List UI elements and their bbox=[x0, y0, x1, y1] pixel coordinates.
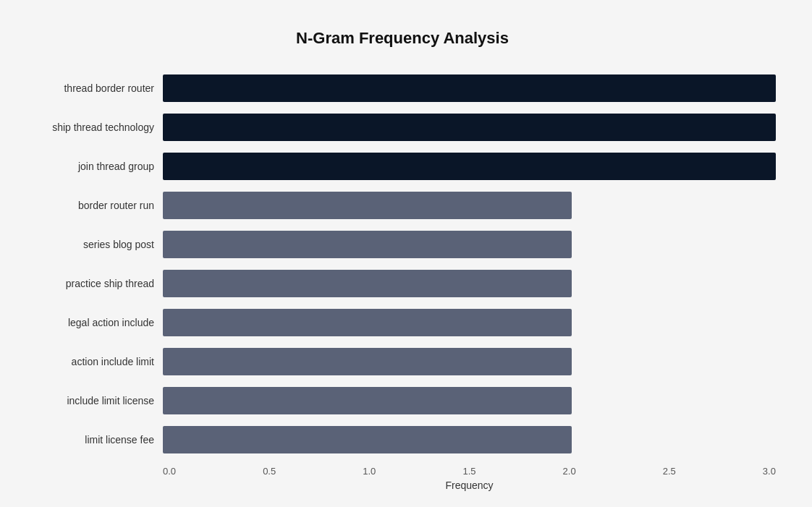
x-tick: 1.0 bbox=[363, 466, 376, 477]
chart-title: N-Gram Frequency Analysis bbox=[29, 29, 776, 55]
bar-label: ship thread technology bbox=[29, 122, 163, 133]
x-tick-label: 2.0 bbox=[563, 466, 576, 477]
x-tick-label: 0.0 bbox=[163, 466, 176, 477]
bar-track bbox=[163, 192, 776, 219]
bar-fill bbox=[163, 153, 776, 180]
bar-label: include limit license bbox=[29, 395, 163, 406]
x-tick-label: 0.5 bbox=[263, 466, 276, 477]
bar-row: limit license fee bbox=[29, 421, 776, 459]
bar-row: action include limit bbox=[29, 343, 776, 380]
x-tick: 0.0 bbox=[163, 466, 176, 477]
bar-fill bbox=[163, 114, 776, 141]
x-axis-title: Frequency bbox=[29, 480, 776, 491]
bar-fill bbox=[163, 309, 572, 336]
bar-track bbox=[163, 74, 776, 102]
x-tick: 1.5 bbox=[462, 466, 475, 477]
bar-row: join thread group bbox=[29, 148, 776, 185]
bar-track bbox=[163, 231, 776, 258]
chart-container: N-Gram Frequency Analysis thread border … bbox=[14, 14, 798, 507]
x-tick-label: 3.0 bbox=[763, 466, 776, 477]
bar-row: series blog post bbox=[29, 226, 776, 263]
x-tick-label: 2.5 bbox=[663, 466, 676, 477]
bar-row: thread border router bbox=[29, 69, 776, 107]
bar-row: ship thread technology bbox=[29, 108, 776, 146]
bar-track bbox=[163, 114, 776, 141]
bar-label: limit license fee bbox=[29, 434, 163, 446]
bar-row: legal action include bbox=[29, 304, 776, 341]
bar-row: border router run bbox=[29, 187, 776, 224]
chart-area: thread border routership thread technolo… bbox=[29, 69, 776, 460]
bar-fill bbox=[163, 270, 572, 297]
bar-label: join thread group bbox=[29, 161, 163, 172]
bar-label: thread border router bbox=[29, 82, 163, 94]
bar-track bbox=[163, 348, 776, 375]
bar-track bbox=[163, 309, 776, 336]
x-tick: 2.5 bbox=[663, 466, 676, 477]
x-axis: 0.00.51.01.52.02.53.0 bbox=[163, 466, 776, 477]
bar-fill bbox=[163, 74, 776, 102]
bar-track bbox=[163, 270, 776, 297]
x-axis-container: 0.00.51.01.52.02.53.0 bbox=[29, 466, 776, 477]
bar-fill bbox=[163, 348, 572, 375]
bar-label: series blog post bbox=[29, 239, 163, 250]
bar-label: legal action include bbox=[29, 317, 163, 328]
x-tick: 3.0 bbox=[763, 466, 776, 477]
bar-label: action include limit bbox=[29, 356, 163, 367]
bar-label: border router run bbox=[29, 200, 163, 211]
bar-row: include limit license bbox=[29, 382, 776, 419]
bar-fill bbox=[163, 231, 572, 258]
x-tick: 2.0 bbox=[563, 466, 576, 477]
x-tick-label: 1.0 bbox=[363, 466, 376, 477]
x-tick-label: 1.5 bbox=[462, 466, 475, 477]
x-tick: 0.5 bbox=[263, 466, 276, 477]
bar-track bbox=[163, 426, 776, 453]
bar-label: practice ship thread bbox=[29, 278, 163, 289]
bar-track bbox=[163, 387, 776, 414]
bar-fill bbox=[163, 192, 572, 219]
bar-fill bbox=[163, 426, 572, 453]
bar-track bbox=[163, 153, 776, 180]
bar-row: practice ship thread bbox=[29, 265, 776, 302]
bar-fill bbox=[163, 387, 572, 414]
